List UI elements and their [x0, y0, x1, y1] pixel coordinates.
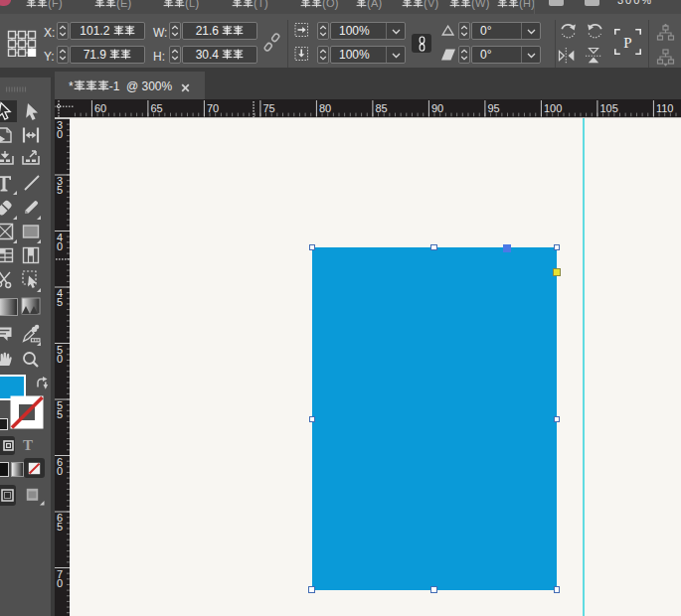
svg-text:90: 90: [431, 102, 443, 114]
svg-text:95: 95: [488, 102, 500, 114]
svg-text:5: 5: [57, 408, 63, 420]
svg-text:0: 0: [57, 128, 63, 140]
svg-text:75: 75: [263, 102, 275, 114]
svg-text:80: 80: [319, 102, 331, 114]
svg-text:100: 100: [544, 102, 562, 114]
svg-text:110: 110: [656, 102, 674, 114]
svg-text:5: 5: [57, 184, 63, 196]
svg-text:105: 105: [600, 102, 618, 114]
svg-text:5: 5: [57, 521, 63, 533]
svg-text:0: 0: [57, 465, 63, 477]
svg-text:65: 65: [151, 102, 163, 114]
svg-text:70: 70: [207, 102, 219, 114]
svg-text:85: 85: [376, 102, 388, 114]
svg-text:0: 0: [57, 577, 63, 589]
svg-text:0: 0: [57, 353, 63, 365]
svg-text:5: 5: [57, 296, 63, 308]
svg-text:0: 0: [57, 240, 63, 252]
svg-text:P: P: [623, 35, 631, 51]
svg-text:60: 60: [94, 102, 106, 114]
